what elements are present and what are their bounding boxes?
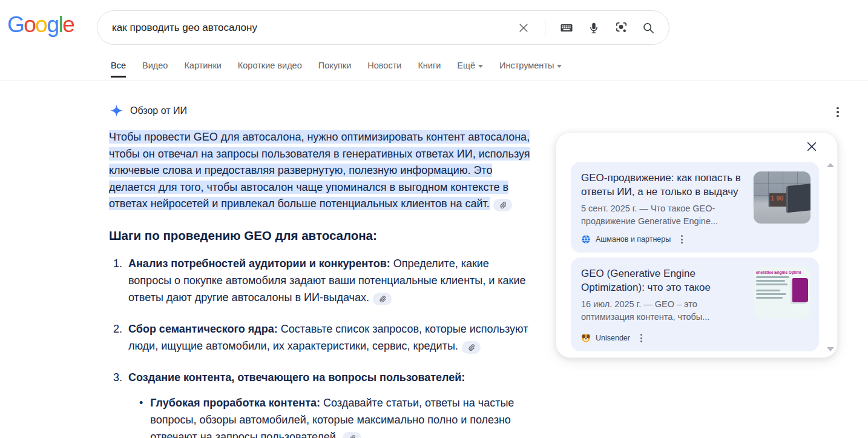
source-footer: Ашманов и партнеры [581, 233, 685, 245]
tab-more[interactable]: Ещё [457, 61, 483, 78]
search-divider [545, 20, 545, 36]
logo-letter: l [59, 12, 63, 38]
steps-heading: Шаги по проведению GEO для автосалона: [109, 228, 533, 243]
close-icon[interactable] [806, 141, 818, 153]
list-item-text: Глубокая проработка контента: Создавайте… [150, 394, 533, 438]
source-thumbnail: enerative Engine Optimi [754, 267, 810, 319]
logo-letter: G [7, 12, 24, 38]
google-logo[interactable]: Google [7, 12, 74, 38]
sources-panel: GEO-продвижение: как попасть в ответы ИИ… [556, 132, 838, 358]
tab-label: Все [111, 61, 126, 70]
scroll-up-icon[interactable] [827, 163, 834, 167]
tab-label: Картинки [184, 61, 221, 70]
result-type-tabs: Все Видео Картинки Короткие видео Покупк… [111, 61, 562, 78]
list-item-text: Анализ потребностей аудитории и конкурен… [128, 255, 533, 306]
microphone-icon[interactable] [587, 21, 601, 35]
source-link-pill[interactable] [343, 432, 361, 438]
tab-label: Инструменты [499, 61, 554, 70]
logo-letter: o [24, 12, 35, 38]
list-item-text: Создание контента, отвечающего на вопрос… [128, 369, 533, 438]
source-footer: Unisender [581, 332, 644, 344]
thumbnail-caption: enerative Engine Optimi [756, 270, 808, 274]
tab-shopping[interactable]: Покупки [318, 61, 352, 78]
card-menu-icon[interactable] [679, 233, 685, 245]
tab-label: Новости [367, 61, 401, 70]
sub-bullet-list: • Глубокая проработка контента: Создавай… [139, 394, 533, 438]
gemini-sparkle-icon [110, 104, 123, 118]
ai-overview-header: Обзор от ИИ [110, 104, 187, 118]
list-item: • Глубокая проработка контента: Создавай… [139, 394, 533, 438]
logo-letter: e [62, 12, 74, 38]
list-item: 2. Сбор семантического ядра: Составьте с… [109, 320, 533, 354]
list-marker: 3. [109, 369, 122, 438]
list-marker: 2. [109, 320, 122, 354]
search-bar[interactable] [97, 10, 669, 45]
list-item-title: Создание контента, отвечающего на вопрос… [128, 371, 465, 383]
list-item-text: Сбор семантического ядра: Составьте спис… [128, 320, 533, 354]
tab-news[interactable]: Новости [367, 61, 401, 78]
logo-letter: o [35, 12, 47, 38]
list-item-title: Сбор семантического ядра: [128, 323, 278, 335]
tab-label: Книги [418, 61, 441, 70]
google-lens-icon[interactable] [614, 21, 628, 35]
chevron-down-icon [557, 65, 562, 68]
tab-label: Короткие видео [238, 61, 302, 70]
tab-tools[interactable]: Инструменты [499, 61, 562, 78]
tab-short-videos[interactable]: Короткие видео [238, 61, 302, 78]
tab-label: Ещё [457, 61, 475, 70]
list-item: 3. Создание контента, отвечающего на воп… [109, 369, 533, 438]
card-menu-icon[interactable] [639, 332, 644, 344]
source-snippet: 5 сент. 2025 г. — Что такое GEO-продвиже… [581, 202, 749, 228]
ai-overview-title: Обзор от ИИ [130, 105, 187, 116]
source-card[interactable]: GEO (Generative Engine Optimization): чт… [571, 257, 819, 351]
search-icon[interactable] [641, 21, 656, 35]
list-item: 1. Анализ потребностей аудитории и конку… [109, 255, 533, 306]
source-title[interactable]: GEO (Generative Engine Optimization): чт… [581, 267, 749, 294]
ai-overview-menu-icon[interactable] [831, 105, 844, 119]
tab-books[interactable]: Книги [418, 61, 441, 78]
list-item-title: Глубокая проработка контента: [150, 397, 320, 409]
search-input[interactable] [112, 22, 516, 34]
highlighted-text: Чтобы провести GEO для автосалона, нужно… [109, 130, 530, 210]
dog-favicon-icon [581, 333, 591, 343]
source-card[interactable]: GEO-продвижение: как попасть в ответы ИИ… [571, 162, 819, 253]
tab-label: Покупки [318, 61, 352, 70]
chevron-down-icon [478, 65, 483, 68]
source-name: Unisender [596, 334, 630, 342]
tab-images[interactable]: Картинки [184, 61, 221, 78]
list-item-title: Анализ потребностей аудитории и конкурен… [128, 257, 390, 270]
source-link-pill[interactable] [373, 293, 392, 305]
tab-all[interactable]: Все [111, 61, 126, 78]
list-marker: 1. [109, 255, 122, 306]
source-link-pill[interactable] [493, 199, 512, 211]
scroll-down-icon[interactable] [827, 347, 834, 351]
logo-letter: g [47, 12, 58, 38]
ai-intro-paragraph: Чтобы провести GEO для автосалона, нужно… [109, 129, 533, 213]
tab-videos[interactable]: Видео [142, 61, 168, 78]
keyboard-icon[interactable] [559, 21, 574, 35]
ai-overview-body: Чтобы провести GEO для автосалона, нужно… [109, 129, 533, 438]
source-link-pill[interactable] [462, 341, 481, 354]
source-title[interactable]: GEO-продвижение: как попасть в ответы ИИ… [581, 171, 749, 199]
source-snippet: 16 июл. 2025 г. — GEO – это оптимизация … [581, 298, 749, 324]
globe-favicon-icon [581, 234, 591, 244]
source-name: Ашманов и партнеры [596, 235, 671, 244]
header-divider [0, 81, 868, 81]
clear-icon[interactable] [516, 21, 531, 35]
source-thumbnail: 1 90 [754, 171, 810, 224]
bullet-marker: • [139, 394, 143, 438]
steps-list: 1. Анализ потребностей аудитории и конку… [109, 255, 533, 438]
tab-label: Видео [142, 61, 168, 70]
